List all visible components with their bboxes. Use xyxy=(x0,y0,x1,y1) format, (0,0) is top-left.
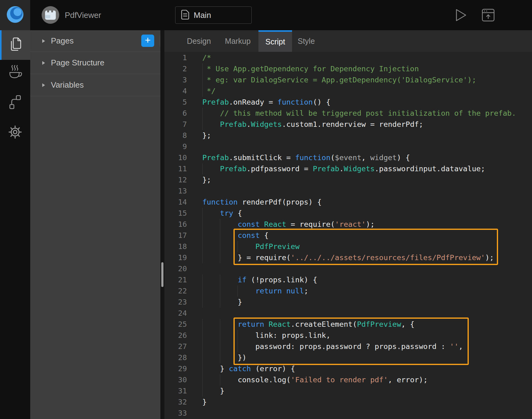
line-number: 17 xyxy=(164,230,187,241)
pages-icon xyxy=(8,37,22,53)
indent-guide xyxy=(202,108,203,119)
indent-guide xyxy=(202,74,203,85)
coffee-icon xyxy=(7,64,23,81)
panel-scrollbar-thumb[interactable] xyxy=(161,262,163,287)
line-number: 8 xyxy=(164,130,187,141)
code-line[interactable]: 14function renderPdf(props) { xyxy=(164,197,532,208)
indent-guide xyxy=(202,219,203,230)
section-variables[interactable]: Variables xyxy=(30,74,160,96)
caret-right-icon xyxy=(42,61,45,65)
editor-area: Design Markup Script Style 1/*2 * Use Ap… xyxy=(164,30,532,419)
wavemaker-wave-icon xyxy=(5,4,25,26)
code-line[interactable]: 1/* xyxy=(164,52,532,63)
indent-guide xyxy=(202,230,203,241)
code-line[interactable]: 12}; xyxy=(164,174,532,185)
indent-guide xyxy=(220,341,220,352)
indent-guide xyxy=(202,252,203,263)
section-page-structure[interactable]: Page Structure xyxy=(30,52,160,74)
line-number: 26 xyxy=(164,330,187,341)
left-icon-rail xyxy=(0,30,30,419)
tab-design[interactable]: Design xyxy=(184,30,214,52)
indent-guide xyxy=(202,119,203,130)
line-number: 6 xyxy=(164,108,187,119)
indent-guide xyxy=(220,319,220,330)
indent-guide xyxy=(202,208,203,219)
page-selector-button[interactable]: Main xyxy=(175,6,252,24)
rail-item-java-services[interactable] xyxy=(0,61,30,84)
add-page-button[interactable]: + xyxy=(141,35,154,47)
indent-guide xyxy=(220,230,220,241)
line-number: 12 xyxy=(164,174,187,185)
code-line[interactable]: 5Prefab.onReady = function() { xyxy=(164,97,532,108)
indent-guide xyxy=(202,297,203,308)
code-line[interactable]: 11 Prefab.pdfpassword = Prefab.Widgets.p… xyxy=(164,163,532,174)
line-number: 1 xyxy=(164,52,187,63)
line-number: 14 xyxy=(164,197,187,208)
line-number: 23 xyxy=(164,297,187,308)
indent-guide xyxy=(202,163,203,174)
code-line[interactable]: 9 xyxy=(164,141,532,152)
indent-guide xyxy=(220,219,220,230)
code-line[interactable]: 24 xyxy=(164,308,532,319)
page-selector-label: Main xyxy=(194,10,211,20)
tab-style[interactable]: Style xyxy=(295,30,317,52)
top-bar: PdfViewer Main xyxy=(0,0,532,30)
indent-guide xyxy=(202,274,203,285)
section-label: Variables xyxy=(51,80,84,90)
code-line[interactable]: 2 * Use App.getDependency for Dependency… xyxy=(164,63,532,74)
indent-guide xyxy=(237,285,238,297)
prefab-avatar-icon xyxy=(42,6,59,24)
line-number: 4 xyxy=(164,85,187,97)
project-title: PdfViewer xyxy=(65,0,101,30)
gear-icon xyxy=(8,125,23,141)
rail-item-connections[interactable] xyxy=(0,91,30,114)
section-label: Page Structure xyxy=(51,58,104,68)
editor-tabbar: Design Markup Script Style xyxy=(164,30,532,52)
code-line[interactable]: 8}; xyxy=(164,130,532,141)
publish-button[interactable] xyxy=(482,9,495,23)
panel-scrollbar xyxy=(160,30,164,419)
line-number: 29 xyxy=(164,363,187,374)
code-line[interactable]: 16 const React = require('react'); xyxy=(164,219,532,230)
code-line[interactable]: 10Prefab.submitClick = function($event, … xyxy=(164,152,532,163)
code-line[interactable]: 32} xyxy=(164,396,532,408)
home-logo-button[interactable] xyxy=(0,0,30,30)
code-line[interactable]: 7 Prefab.Widgets.custom1.renderview = re… xyxy=(164,119,532,130)
code-line[interactable]: 33 xyxy=(164,408,532,419)
indent-guide xyxy=(202,374,203,385)
indent-guide xyxy=(202,330,203,341)
tab-markup[interactable]: Markup xyxy=(222,30,253,52)
indent-guide xyxy=(220,297,220,308)
code-line[interactable]: 30 console.log('Failed to render pdf', e… xyxy=(164,374,532,385)
code-line[interactable]: 31 } xyxy=(164,385,532,396)
line-number: 31 xyxy=(164,385,187,396)
line-number: 25 xyxy=(164,319,187,330)
run-button[interactable] xyxy=(456,9,467,23)
line-number: 28 xyxy=(164,352,187,363)
code-line[interactable]: 22 return null; xyxy=(164,285,532,297)
section-pages[interactable]: Pages xyxy=(30,30,160,52)
wavemaker-studio-window: PdfViewer Main xyxy=(0,0,532,419)
code-line[interactable]: 6 // this method will be triggered post … xyxy=(164,108,532,119)
tab-script[interactable]: Script xyxy=(258,30,292,52)
code-line[interactable]: 21 if (!props.link) { xyxy=(164,274,532,285)
page-doc-icon xyxy=(181,10,189,21)
code-line[interactable]: 3 * eg: var DialogService = App.getDepen… xyxy=(164,74,532,85)
indent-guide xyxy=(202,63,203,74)
line-number: 24 xyxy=(164,308,187,319)
code-area[interactable]: 1/*2 * Use App.getDependency for Depende… xyxy=(164,52,532,419)
code-line[interactable]: 13 xyxy=(164,185,532,197)
code-line[interactable]: 15 try { xyxy=(164,208,532,219)
rail-item-settings[interactable] xyxy=(0,121,30,144)
code-line[interactable]: 4 */ xyxy=(164,85,532,97)
line-number: 11 xyxy=(164,163,187,174)
line-number: 13 xyxy=(164,185,187,197)
indent-guide xyxy=(220,374,220,385)
line-number: 9 xyxy=(164,141,187,152)
code-line[interactable]: 23 } xyxy=(164,297,532,308)
line-number: 27 xyxy=(164,341,187,352)
indent-guide xyxy=(202,352,203,363)
indent-guide xyxy=(202,341,203,352)
indent-guide xyxy=(202,319,203,330)
rail-item-pages[interactable] xyxy=(0,30,30,60)
